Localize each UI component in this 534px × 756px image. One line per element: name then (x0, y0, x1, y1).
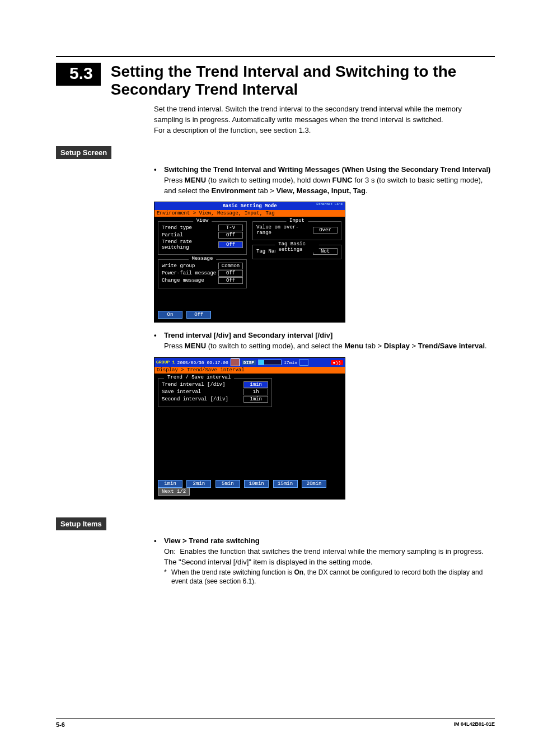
setup-items-footnote: * When the trend rate switching function… (164, 568, 495, 587)
bullet-icon: • (154, 330, 164, 341)
second-interval-value[interactable]: 1min (243, 396, 268, 403)
view-legend: View (193, 218, 212, 223)
trend-interval-value[interactable]: 1min (243, 381, 268, 388)
trend-rate-switching-value[interactable]: Off (218, 241, 243, 248)
intro-p2: For a description of the function, see s… (154, 125, 489, 136)
setup-screen-label: Setup Screen (56, 146, 111, 159)
opt-10min[interactable]: 10min (244, 480, 269, 488)
ss1-title: Basic Setting Mode (222, 203, 277, 209)
trend-save-legend: Trend / Save interval (164, 375, 234, 380)
screenshot-trend-save: GROUP 1 2005/09/30 09:17:06 DISP 17min ●… (154, 357, 345, 500)
group-label: GROUP 1 (156, 360, 175, 365)
next-page-button[interactable]: Next 1/2 (158, 488, 190, 496)
power-fail-value[interactable]: Off (218, 270, 243, 277)
b2-body: Press MENU (to switch to setting mode), … (164, 341, 495, 352)
b2-title: Trend interval [/div] and Secondary inte… (164, 331, 332, 339)
timestamp: 2005/09/30 09:17:06 (177, 360, 228, 365)
input-legend: Input (286, 218, 308, 223)
disp-label: DISP (242, 360, 256, 365)
power-fail-label: Power-fail message (162, 270, 216, 276)
on-button[interactable]: On (158, 311, 182, 319)
screenshot-basic-setting: Basic Setting Mode Ethernet Link Environ… (154, 202, 345, 323)
intro-p1: Set the trend interval. Switch the trend… (154, 104, 489, 125)
ss2-breadcrumb: Display > Trend/Save interval (154, 367, 345, 374)
off-button[interactable]: Off (186, 311, 211, 319)
recorder-icon (231, 358, 240, 366)
second-interval-label: Second interval [/div] (162, 396, 228, 402)
change-message-value[interactable]: Off (218, 277, 243, 284)
trend-type-value[interactable]: T-V (218, 225, 243, 231)
progress-bar (258, 360, 282, 365)
page-number: 5-6 (56, 721, 65, 728)
b1-body: Press MENU (to switch to setting mode), … (164, 175, 495, 197)
value-over-range-label: Value on over-range (256, 225, 313, 236)
message-legend: Message (189, 256, 217, 262)
save-interval-value[interactable]: 1h (243, 389, 268, 395)
write-group-value[interactable]: Common (218, 263, 243, 269)
opt-5min[interactable]: 5min (216, 480, 240, 488)
write-group-label: Write group (162, 263, 195, 269)
value-over-range-value[interactable]: Over (313, 227, 338, 234)
opt-20min[interactable]: 20min (302, 480, 326, 488)
elapsed-time: 17min (284, 360, 297, 365)
doc-id: IM 04L42B01-01E (453, 721, 495, 728)
change-message-label: Change message (162, 278, 204, 283)
partial-value[interactable]: Off (218, 232, 243, 239)
bullet-icon: • (154, 165, 164, 175)
save-interval-label: Save interval (162, 389, 201, 395)
ethernet-link-label: Ethernet Link (316, 203, 343, 206)
partial-label: Partial (162, 232, 183, 238)
tag-legend: Tag Basic settings (275, 241, 319, 253)
setup-items-bullet-title: View > Trend rate switching (164, 536, 260, 545)
setup-items-label: Setup Items (56, 517, 106, 530)
trend-type-label: Trend type (162, 225, 192, 231)
ss1-breadcrumb: Environment > View, Message, Input, Tag (154, 210, 345, 217)
opt-15min[interactable]: 15min (273, 480, 298, 488)
section-title: Setting the Trend Interval and Switching… (111, 63, 495, 99)
setup-items-on-text: On: Enables the function that switches t… (164, 547, 495, 568)
b1-title: Switching the Trend Interval and Writing… (164, 165, 490, 174)
trend-interval-label: Trend interval [/div] (162, 382, 225, 388)
record-icon[interactable]: ●)) (331, 360, 343, 365)
trend-rate-switching-label: Trend rate switching (162, 239, 218, 250)
camera-icon[interactable] (299, 359, 308, 366)
opt-1min[interactable]: 1min (158, 480, 182, 488)
bullet-icon: • (154, 536, 164, 547)
opt-2min[interactable]: 2min (186, 480, 211, 488)
section-number: 5.3 (56, 63, 101, 86)
